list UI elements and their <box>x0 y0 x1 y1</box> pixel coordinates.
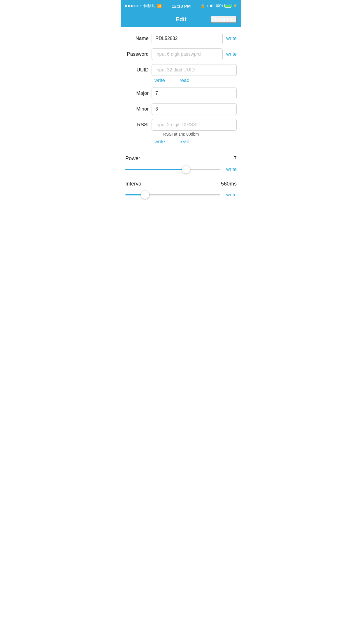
power-slider[interactable] <box>125 165 220 174</box>
lock-icon: 🔒 <box>201 4 205 8</box>
uuid-actions: write read <box>125 78 237 83</box>
bluetooth-icon: ⬢ <box>210 4 212 8</box>
disconnect-button[interactable]: Disconnect <box>211 16 237 23</box>
major-row: Major <box>125 88 237 99</box>
uuid-read-button[interactable]: read <box>180 78 189 83</box>
status-left: 中国移动 📶 <box>125 3 162 8</box>
password-row: Password write <box>125 48 237 60</box>
uuid-input[interactable] <box>152 64 237 76</box>
interval-section: Interval 560ms write <box>125 181 237 199</box>
minor-input[interactable] <box>152 103 237 115</box>
name-write-button[interactable]: write <box>226 36 237 41</box>
interval-label: Interval <box>125 181 143 187</box>
power-slider-wrapper <box>125 165 220 174</box>
edit-form: Name write Password write UUID write rea… <box>121 27 241 212</box>
power-section: Power 7 write <box>125 155 237 174</box>
power-label: Power <box>125 155 140 162</box>
nav-bar: Edit Disconnect <box>121 12 241 27</box>
uuid-label: UUID <box>125 67 152 73</box>
battery-percent: 100% <box>214 4 223 8</box>
signal-icon <box>125 5 138 7</box>
rssi-top: RSSI <box>125 119 237 131</box>
major-input[interactable] <box>152 88 237 99</box>
name-label: Name <box>125 36 152 41</box>
uuid-section: UUID write read <box>125 64 237 83</box>
password-write-button[interactable]: write <box>226 51 237 57</box>
battery-icon <box>224 4 231 8</box>
power-value: 7 <box>234 155 237 162</box>
power-header: Power 7 <box>125 155 237 162</box>
power-slider-row: write <box>125 165 237 174</box>
name-row: Name write <box>125 33 237 44</box>
password-input[interactable] <box>152 48 223 60</box>
rssi-write-button[interactable]: write <box>154 139 165 145</box>
interval-slider[interactable] <box>125 190 220 199</box>
interval-header: Interval 560ms <box>125 181 237 187</box>
rssi-label: RSSI <box>125 122 152 128</box>
uuid-write-button[interactable]: write <box>154 78 165 83</box>
password-label: Password <box>125 51 152 57</box>
page-title: Edit <box>175 16 187 23</box>
rssi-read-button[interactable]: read <box>180 139 189 145</box>
rssi-section: RSSI RSSI at 1m: 80dbm write read <box>125 119 237 145</box>
interval-value: 560ms <box>221 181 237 187</box>
rssi-input[interactable] <box>152 119 237 131</box>
rssi-actions: write read <box>125 139 237 145</box>
power-write-button[interactable]: write <box>226 167 237 172</box>
section-divider <box>125 150 237 150</box>
wifi-icon: 📶 <box>157 4 162 8</box>
status-time: 12:18 PM <box>172 4 191 8</box>
rssi-note: RSSI at 1m: 80dbm <box>125 132 237 136</box>
arrow-icon: ↑ <box>206 4 208 8</box>
interval-write-button[interactable]: write <box>226 192 237 198</box>
status-right: 🔒 ↑ ⬢ 100% ⚡ <box>201 4 237 8</box>
name-input[interactable] <box>152 33 223 44</box>
major-label: Major <box>125 90 152 96</box>
interval-slider-row: write <box>125 190 237 199</box>
status-bar: 中国移动 📶 12:18 PM 🔒 ↑ ⬢ 100% ⚡ <box>121 0 241 12</box>
uuid-top: UUID <box>125 64 237 76</box>
carrier-label: 中国移动 <box>140 3 155 8</box>
minor-label: Minor <box>125 106 152 112</box>
charging-icon: ⚡ <box>233 4 237 8</box>
minor-row: Minor <box>125 103 237 115</box>
interval-slider-wrapper <box>125 190 220 199</box>
